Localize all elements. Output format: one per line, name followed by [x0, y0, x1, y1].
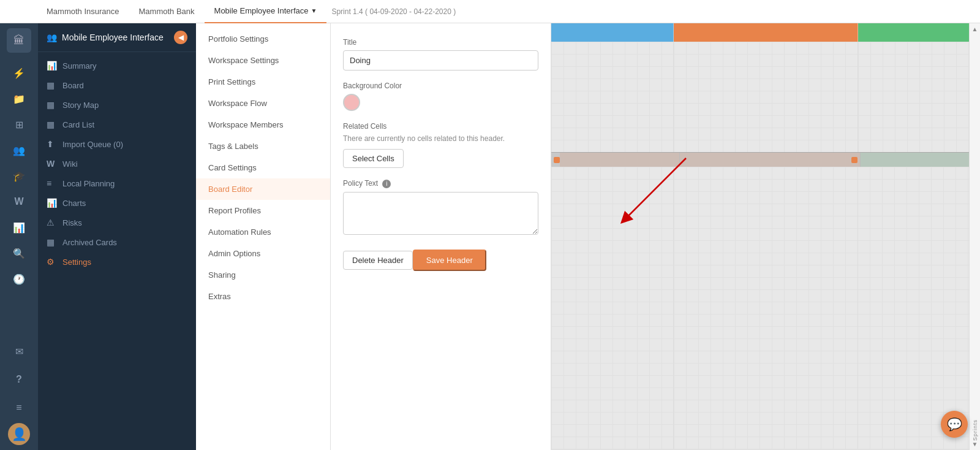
settings-card[interactable]: Card Settings: [196, 157, 330, 178]
settings-automation[interactable]: Automation Rules: [196, 221, 330, 243]
settings-extras[interactable]: Extras: [196, 286, 330, 307]
board-empty-area: [551, 42, 980, 152]
policy-textarea[interactable]: [343, 192, 538, 235]
sidebar-item-settings[interactable]: ⚙ Settings: [38, 252, 196, 272]
settings-report-profiles[interactable]: Report Profiles: [196, 200, 330, 221]
sidebar-item-card-list[interactable]: ▦ Card List: [38, 115, 196, 134]
risks-icon: ⚠: [47, 218, 56, 227]
import-icon: ⬆: [47, 139, 56, 149]
swim-col-1: [560, 153, 680, 167]
nav-sidebar: 👥 Mobile Employee Interface ◀ 📊 Summary …: [38, 23, 196, 450]
chart-icon[interactable]: 📊: [6, 215, 32, 240]
policy-text-label: Policy Text i: [343, 179, 538, 188]
search-icon[interactable]: 🔍: [6, 241, 32, 265]
settings-panel: Portfolio Settings Workspace Settings Pr…: [196, 23, 331, 450]
sprint-label: Sprint 1.4 ( 04-09-2020 - 04-22-2020 ): [331, 0, 456, 23]
settings-workspace-flow[interactable]: Workspace Flow: [196, 93, 330, 114]
action-row: Delete Header Save Header: [343, 250, 538, 271]
tab-mobile-employee[interactable]: Mobile Employee Interface ▼: [205, 0, 327, 23]
board-icon: ▦: [47, 80, 56, 90]
sprints-sidebar: ▲ Sprints ▼: [969, 23, 980, 450]
sidebar-item-archived[interactable]: ▦ Archived Cards: [38, 232, 196, 252]
board-canvas: ▲ Sprints ▼: [551, 23, 980, 450]
bg-color-label: Background Color: [343, 82, 538, 90]
clock-icon[interactable]: 🕐: [6, 267, 32, 291]
header-col-blue: [551, 23, 674, 42]
title-input[interactable]: [343, 50, 538, 71]
grid-cell-3: [858, 42, 980, 152]
dashboard-icon[interactable]: ⚡: [6, 61, 32, 85]
project-name: Mobile Employee Interface: [62, 32, 174, 42]
project-header: 👥 Mobile Employee Interface ◀: [38, 23, 196, 52]
sliders-icon[interactable]: ≡: [6, 395, 32, 420]
chat-button[interactable]: 💬: [941, 411, 968, 438]
sprints-label: Sprints: [972, 32, 978, 441]
board-inner[interactable]: ◀: [551, 23, 980, 450]
sidebar-item-charts[interactable]: 📊 Charts: [38, 193, 196, 213]
sidebar-item-summary[interactable]: 📊 Summary: [38, 56, 196, 75]
editor-panel: Title Background Color Related Cells The…: [331, 23, 551, 450]
archived-icon: ▦: [47, 237, 56, 247]
title-field-group: Title: [343, 38, 538, 71]
card-list-icon: ▦: [47, 120, 56, 129]
sidebar-item-story-map[interactable]: ▦ Story Map: [38, 95, 196, 115]
sidebar-item-board[interactable]: ▦ Board: [38, 75, 196, 95]
settings-admin[interactable]: Admin Options: [196, 243, 330, 264]
tab-mammoth-bank[interactable]: Mammoth Bank: [129, 0, 205, 23]
swim-lane-header: [551, 152, 980, 167]
delete-header-button[interactable]: Delete Header: [343, 251, 413, 270]
settings-workspace-members[interactable]: Workspace Members: [196, 114, 330, 135]
header-col-green: [858, 23, 980, 42]
settings-board-editor[interactable]: Board Editor: [196, 178, 330, 200]
header-col-orange: [674, 23, 858, 42]
select-cells-button[interactable]: Select Cells: [343, 149, 404, 168]
folder-icon[interactable]: 📁: [6, 86, 32, 111]
grid-cell-2: [674, 42, 858, 152]
related-cells-text: There are currently no cells related to …: [343, 134, 538, 143]
settings-portfolio[interactable]: Portfolio Settings: [196, 28, 330, 50]
swim-handle-right[interactable]: [851, 157, 858, 163]
board-header-row: [551, 23, 980, 42]
graduate-icon[interactable]: 🎓: [6, 164, 32, 188]
sprints-up-arrow[interactable]: ▲: [972, 26, 978, 32]
mail-icon[interactable]: ✉: [6, 339, 32, 364]
sidebar-item-risks[interactable]: ⚠ Risks: [38, 213, 196, 232]
swim-handle-left[interactable]: [554, 157, 560, 163]
bg-color-swatch[interactable]: [343, 94, 360, 111]
bg-color-field-group: Background Color: [343, 82, 538, 111]
people-icon[interactable]: 👥: [6, 138, 32, 162]
sprints-down-arrow[interactable]: ▼: [972, 441, 978, 448]
nav-items: 📊 Summary ▦ Board ▦ Story Map ▦ Card Lis…: [38, 52, 196, 450]
wiki-icon[interactable]: W: [6, 189, 32, 214]
grid-icon[interactable]: ⊞: [6, 112, 32, 137]
settings-print[interactable]: Print Settings: [196, 71, 330, 93]
top-bar: Mammoth Insurance Mammoth Bank Mobile Em…: [0, 0, 980, 23]
summary-icon: 📊: [47, 61, 56, 71]
grid-cell-1: [551, 42, 674, 152]
sidebar-item-wiki[interactable]: W Wiki: [38, 154, 196, 174]
settings-sharing[interactable]: Sharing: [196, 264, 330, 286]
policy-text-group: Policy Text i: [343, 179, 538, 237]
local-planning-icon: ≡: [47, 178, 56, 188]
user-avatar[interactable]: 👤: [8, 423, 30, 445]
dropdown-chevron-icon: ▼: [311, 0, 317, 23]
app-logo[interactable]: 🏛: [7, 28, 31, 53]
story-map-icon: ▦: [47, 100, 56, 110]
swim-col-3: [861, 153, 980, 167]
icon-sidebar: 🏛 ⚡ 📁 ⊞ 👥 🎓 W 📊 🔍 🕐 ✉ ? ≡ 👤: [0, 23, 38, 450]
save-header-button[interactable]: Save Header: [413, 250, 486, 271]
wiki-nav-icon: W: [47, 159, 56, 169]
title-label: Title: [343, 38, 538, 47]
tab-mammoth-insurance[interactable]: Mammoth Insurance: [37, 0, 129, 23]
sidebar-toggle[interactable]: ◀: [174, 31, 187, 44]
related-cells-group: Related Cells There are currently no cel…: [343, 122, 538, 168]
project-icon: 👥: [47, 32, 57, 42]
main-grid-col-1: [551, 167, 674, 449]
policy-info-icon[interactable]: i: [382, 180, 391, 188]
sidebar-item-local-planning[interactable]: ≡ Local Planning: [38, 174, 196, 193]
sidebar-item-import-queue[interactable]: ⬆ Import Queue (0): [38, 134, 196, 154]
settings-tags-labels[interactable]: Tags & Labels: [196, 135, 330, 157]
help-icon[interactable]: ?: [6, 367, 32, 392]
charts-icon: 📊: [47, 198, 56, 208]
settings-workspace[interactable]: Workspace Settings: [196, 50, 330, 71]
